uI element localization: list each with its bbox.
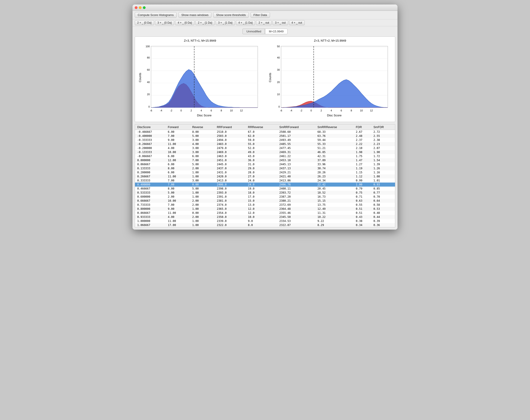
tab-3plus-1da[interactable]: 3 + _ {1 Da} (216, 20, 235, 25)
cell-discscore-11: 0.266667 (135, 174, 166, 179)
cell-forward-19: 9.00 (166, 207, 190, 211)
table-row[interactable]: 0.3333337.003.002413.024.02413.8624.340.… (135, 179, 395, 182)
chart-1-svg: Counts 0 20 40 60 80 100 -6 (137, 44, 263, 119)
cell-forward-14: 8.00 (166, 187, 190, 191)
svg-text:-6: -6 (280, 109, 282, 112)
table-row[interactable]: 0.2000006.001.002431.028.02429.2128.261.… (135, 170, 395, 174)
table-row[interactable]: 0.5333335.001.002393.018.02393.7218.520.… (135, 191, 395, 195)
cell-forward-2: 9.00 (166, 138, 190, 142)
cell-smrrreverse-2: 59.44 (315, 138, 353, 142)
tab-3plus-out[interactable]: 3 + _ out (272, 20, 288, 25)
minimize-button[interactable] (139, 6, 142, 9)
cell-smrrreverse-19: 12.49 (315, 207, 353, 211)
cell-smrrforward-8: 2445.13 (277, 162, 315, 166)
table-row[interactable]: 0.00000012.007.002451.036.02453.1837.891… (135, 158, 395, 162)
svg-text:40: 40 (277, 56, 280, 59)
sub-tab-1[interactable]: M+15.9949 (265, 28, 287, 34)
tab-3plus-0da[interactable]: 3 + _ {0 Da} (155, 20, 175, 25)
cell-rrreverse-11: 27.0 (246, 174, 277, 179)
cell-smrrforward-16: 2387.20 (277, 195, 315, 199)
cell-rrforward-14: 2398.0 (215, 187, 246, 191)
svg-text:60: 60 (147, 69, 150, 71)
cell-rrreverse-0: 67.0 (246, 130, 277, 134)
table-row[interactable]: 0.9333334.002.002350.010.02345.5010.220.… (135, 215, 395, 219)
table-row[interactable]: 1.00000011.001.002339.09.02334.539.220.3… (135, 219, 395, 223)
chart-2: Z=3, NTT=2, M+15.9949 Counts 0 10 20 30 … (267, 39, 393, 120)
table-row[interactable]: -0.4000007.005.002503.062.02501.1763.762… (135, 134, 395, 138)
table-row[interactable]: -0.26666711.004.002483.055.02485.5555.33… (135, 142, 395, 146)
cell-rrreverse-6: 43.0 (246, 154, 277, 158)
charts-container: Z=3, NTT=1, M+15.9949 Counts 0 20 40 60 … (135, 36, 395, 122)
cell-smfdr-9: 1.26 (371, 166, 395, 170)
data-table-container[interactable]: DiscScoreForwardReverseRRForwardRRRevers… (135, 124, 395, 227)
table-row[interactable]: 0.4666678.005.002398.019.02400.1120.450.… (135, 187, 395, 191)
cell-discscore-9: 0.133333 (135, 166, 166, 170)
cell-smfdr-13: 0.93 (371, 182, 395, 187)
cell-discscore-6: -0.066667 (135, 154, 166, 158)
table-row[interactable]: 0.26666711.001.002420.027.02421.4026.231… (135, 174, 395, 179)
table-row[interactable]: -0.4666676.008.002510.067.02508.6068.332… (135, 130, 395, 134)
cell-smrrforward-9: 2437.13 (277, 166, 315, 170)
svg-text:30: 30 (277, 69, 280, 71)
tab-2plus-1da[interactable]: 2 + _ {1 Da} (195, 20, 215, 25)
compute-score-histograms-button[interactable]: Compute Score Histograms (135, 12, 177, 18)
table-row[interactable]: -0.0666676.006.002463.043.02461.2242.311… (135, 154, 395, 158)
cell-forward-5: 10.00 (166, 150, 190, 154)
svg-text:2: 2 (321, 109, 322, 112)
cell-discscore-16: 0.600000 (135, 195, 166, 199)
cell-forward-1: 7.00 (166, 134, 190, 138)
table-row[interactable]: 0.7333337.002.002374.013.02372.6913.750.… (135, 203, 395, 207)
table-row[interactable]: 0.66666710.002.002381.015.02380.2115.150… (135, 199, 395, 203)
cell-discscore-10: 0.200000 (135, 170, 166, 174)
table-row[interactable]: 0.8000009.001.002365.012.02364.4812.490.… (135, 207, 395, 211)
cell-forward-22: 11.00 (166, 219, 190, 223)
table-row[interactable]: -0.2000004.003.002479.052.02477.4551.212… (135, 146, 395, 150)
filter-data-button[interactable]: Filter Data (250, 12, 270, 18)
cell-reverse-10: 1.00 (190, 170, 215, 174)
cell-smrrforward-7: 2453.18 (277, 158, 315, 162)
cell-reverse-11: 1.00 (190, 174, 215, 179)
tab-2plus-0da[interactable]: 2 + _ {0 Da} (135, 20, 154, 25)
chart-2-xlabel: Disc Score (327, 114, 342, 117)
table-row[interactable]: 0.4000007.000.002406.024.02406.7622.421.… (135, 182, 395, 187)
cell-smrrforward-0: 2508.60 (277, 130, 315, 134)
cell-forward-3: 11.00 (166, 142, 190, 146)
svg-text:-2: -2 (170, 109, 172, 112)
cell-fdr-8: 1.27 (353, 162, 371, 166)
cell-reverse-7: 7.00 (190, 158, 215, 162)
table-row[interactable]: 0.86666711.000.002354.012.02355.4611.310… (135, 211, 395, 215)
sub-tab-0[interactable]: Unmodified (242, 28, 265, 34)
svg-text:-4: -4 (290, 109, 292, 112)
col-header-rrreverse: RRReverse (246, 125, 277, 130)
toolbar: Compute Score HistogramsShow mass window… (132, 11, 398, 19)
table-row[interactable]: 0.6000002.001.002391.017.02387.2016.730.… (135, 195, 395, 199)
svg-text:80: 80 (147, 56, 150, 59)
col-header-reverse: Reverse (190, 125, 215, 130)
table-row[interactable]: -0.13333310.003.002469.049.02469.3146.85… (135, 150, 395, 154)
show-mass-windows-button[interactable]: Show mass windows (178, 12, 212, 18)
tab-4plus-0da[interactable]: 4 + _ {0 Da} (175, 20, 194, 25)
cell-smrrreverse-14: 20.45 (315, 187, 353, 191)
maximize-button[interactable] (143, 6, 146, 9)
svg-text:20: 20 (277, 81, 280, 84)
cell-reverse-19: 1.00 (190, 207, 215, 211)
cell-smrrforward-5: 2469.31 (277, 150, 315, 154)
table-row[interactable]: 0.1333338.002.002437.029.02437.1330.741.… (135, 166, 395, 170)
cell-smfdr-19: 0.53 (371, 207, 395, 211)
show-score-thresholds-button[interactable]: Show score thresholds (213, 12, 249, 18)
svg-text:0: 0 (279, 105, 280, 108)
tab-2plus-out[interactable]: 2 + _ out (256, 20, 272, 25)
table-row[interactable]: 1.06666717.001.002322.08.02322.878.290.3… (135, 223, 395, 227)
table-row[interactable]: 0.0666676.005.002445.031.02445.1333.961.… (135, 162, 395, 166)
tab-4plus-1da[interactable]: 4 + _ {1 Da} (236, 20, 255, 25)
cell-smrrforward-19: 2364.48 (277, 207, 315, 211)
svg-text:6: 6 (211, 109, 212, 112)
close-button[interactable] (135, 6, 137, 9)
col-header-smfdr: SmFDR (371, 125, 395, 130)
svg-text:50: 50 (277, 45, 280, 48)
table-row[interactable]: -0.3333339.003.002494.059.02493.4959.442… (135, 138, 395, 142)
cell-smrrreverse-1: 63.76 (315, 134, 353, 138)
tab-4plus-out[interactable]: 4 + _ out (289, 20, 305, 25)
cell-forward-4: 4.00 (166, 146, 190, 150)
cell-reverse-4: 3.00 (190, 146, 215, 150)
